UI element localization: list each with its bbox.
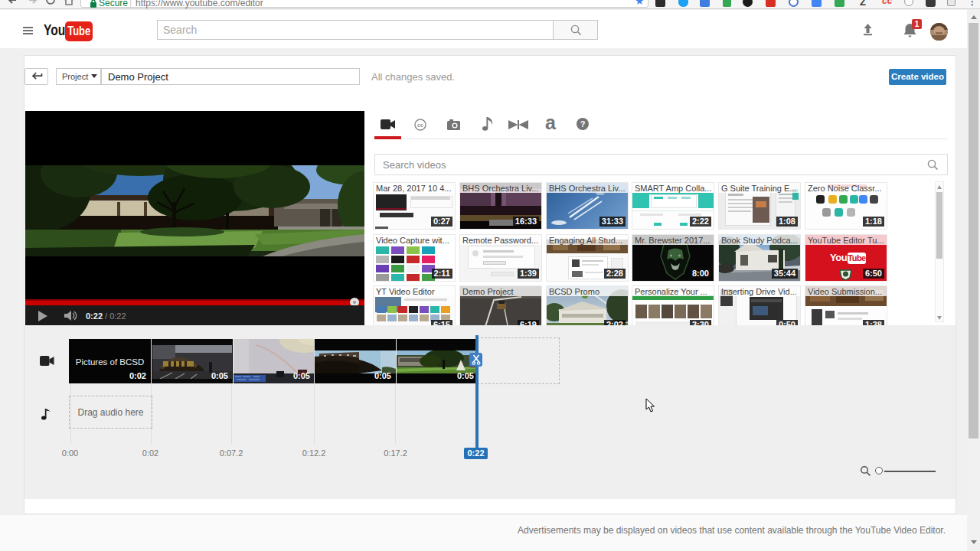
svg-text:cc: cc <box>417 122 423 128</box>
